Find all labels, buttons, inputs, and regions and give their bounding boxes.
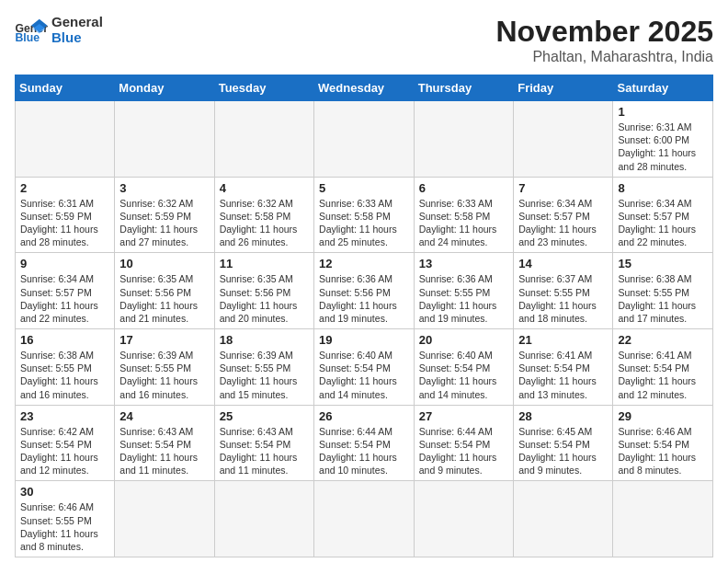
day-number: 19 xyxy=(319,333,409,347)
header-thursday: Thursday xyxy=(414,75,513,101)
table-row: 25Sunrise: 6:43 AMSunset: 5:54 PMDayligh… xyxy=(214,405,313,481)
svg-text:Blue: Blue xyxy=(16,31,40,43)
day-number: 1 xyxy=(618,105,708,119)
table-row: 14Sunrise: 6:37 AMSunset: 5:55 PMDayligh… xyxy=(514,253,613,329)
table-row: 4Sunrise: 6:32 AMSunset: 5:58 PMDaylight… xyxy=(214,177,313,253)
table-row: 18Sunrise: 6:39 AMSunset: 5:55 PMDayligh… xyxy=(214,329,313,406)
day-number: 16 xyxy=(20,333,109,347)
table-row: 30Sunrise: 6:46 AMSunset: 5:55 PMDayligh… xyxy=(16,481,115,557)
day-number: 7 xyxy=(518,181,608,195)
table-row: 15Sunrise: 6:38 AMSunset: 5:55 PMDayligh… xyxy=(613,253,713,329)
day-info: Sunrise: 6:34 AMSunset: 5:57 PMDaylight:… xyxy=(518,197,608,249)
day-number: 25 xyxy=(220,409,309,423)
day-info: Sunrise: 6:44 AMSunset: 5:54 PMDaylight:… xyxy=(319,425,409,477)
title-block: November 2025 Phaltan, Maharashtra, Indi… xyxy=(495,15,713,65)
calendar-week-row: 30Sunrise: 6:46 AMSunset: 5:55 PMDayligh… xyxy=(16,481,713,557)
header-friday: Friday xyxy=(514,75,613,101)
table-row: 13Sunrise: 6:36 AMSunset: 5:55 PMDayligh… xyxy=(414,253,513,329)
table-row: 23Sunrise: 6:42 AMSunset: 5:54 PMDayligh… xyxy=(16,405,115,481)
table-row: 5Sunrise: 6:33 AMSunset: 5:58 PMDaylight… xyxy=(314,177,415,253)
day-info: Sunrise: 6:44 AMSunset: 5:54 PMDaylight:… xyxy=(419,425,508,477)
day-number: 9 xyxy=(20,257,109,270)
day-number: 13 xyxy=(419,257,508,270)
header-tuesday: Tuesday xyxy=(214,75,313,101)
day-info: Sunrise: 6:33 AMSunset: 5:58 PMDaylight:… xyxy=(319,197,409,249)
day-info: Sunrise: 6:46 AMSunset: 5:55 PMDaylight:… xyxy=(20,500,109,553)
day-info: Sunrise: 6:33 AMSunset: 5:58 PMDaylight:… xyxy=(419,197,508,249)
table-row: 12Sunrise: 6:36 AMSunset: 5:56 PMDayligh… xyxy=(314,253,415,329)
day-number: 14 xyxy=(518,257,608,270)
calendar-week-row: 2Sunrise: 6:31 AMSunset: 5:59 PMDaylight… xyxy=(16,177,713,253)
day-number: 23 xyxy=(20,409,109,423)
table-row: 28Sunrise: 6:45 AMSunset: 5:54 PMDayligh… xyxy=(514,405,613,481)
day-number: 20 xyxy=(419,333,508,347)
empty-cell xyxy=(514,101,613,178)
header-monday: Monday xyxy=(115,75,214,101)
empty-cell xyxy=(214,101,313,178)
day-info: Sunrise: 6:40 AMSunset: 5:54 PMDaylight:… xyxy=(319,349,409,401)
day-info: Sunrise: 6:42 AMSunset: 5:54 PMDaylight:… xyxy=(20,425,109,477)
table-row: 19Sunrise: 6:40 AMSunset: 5:54 PMDayligh… xyxy=(314,329,415,406)
table-row: 11Sunrise: 6:35 AMSunset: 5:56 PMDayligh… xyxy=(214,253,313,329)
day-info: Sunrise: 6:41 AMSunset: 5:54 PMDaylight:… xyxy=(618,349,708,401)
empty-cell xyxy=(613,481,713,557)
table-row: 20Sunrise: 6:40 AMSunset: 5:54 PMDayligh… xyxy=(414,329,513,406)
day-number: 3 xyxy=(119,181,209,195)
month-title: November 2025 xyxy=(495,15,713,49)
day-number: 8 xyxy=(618,181,708,195)
table-row: 8Sunrise: 6:34 AMSunset: 5:57 PMDaylight… xyxy=(613,177,713,253)
day-number: 22 xyxy=(618,333,708,347)
table-row: 2Sunrise: 6:31 AMSunset: 5:59 PMDaylight… xyxy=(16,177,115,253)
day-number: 4 xyxy=(220,181,309,195)
day-number: 24 xyxy=(119,409,209,423)
table-row: 26Sunrise: 6:44 AMSunset: 5:54 PMDayligh… xyxy=(314,405,415,481)
page-header: General Blue General Blue November 2025 … xyxy=(15,15,713,65)
calendar-week-row: 9Sunrise: 6:34 AMSunset: 5:57 PMDaylight… xyxy=(16,253,713,329)
day-info: Sunrise: 6:38 AMSunset: 5:55 PMDaylight:… xyxy=(20,349,109,401)
table-row: 3Sunrise: 6:32 AMSunset: 5:59 PMDaylight… xyxy=(115,177,214,253)
empty-cell xyxy=(16,101,115,178)
table-row: 16Sunrise: 6:38 AMSunset: 5:55 PMDayligh… xyxy=(16,329,115,406)
calendar-week-row: 23Sunrise: 6:42 AMSunset: 5:54 PMDayligh… xyxy=(16,405,713,481)
table-row: 21Sunrise: 6:41 AMSunset: 5:54 PMDayligh… xyxy=(514,329,613,406)
table-row: 17Sunrise: 6:39 AMSunset: 5:55 PMDayligh… xyxy=(115,329,214,406)
empty-cell xyxy=(414,101,513,178)
empty-cell xyxy=(514,481,613,557)
day-info: Sunrise: 6:46 AMSunset: 5:54 PMDaylight:… xyxy=(618,425,708,477)
table-row: 7Sunrise: 6:34 AMSunset: 5:57 PMDaylight… xyxy=(514,177,613,253)
day-info: Sunrise: 6:36 AMSunset: 5:55 PMDaylight:… xyxy=(419,272,508,325)
day-number: 11 xyxy=(220,257,309,270)
day-number: 21 xyxy=(518,333,608,347)
table-row: 24Sunrise: 6:43 AMSunset: 5:54 PMDayligh… xyxy=(115,405,214,481)
day-number: 30 xyxy=(20,485,109,499)
day-info: Sunrise: 6:41 AMSunset: 5:54 PMDaylight:… xyxy=(518,349,608,401)
table-row: 27Sunrise: 6:44 AMSunset: 5:54 PMDayligh… xyxy=(414,405,513,481)
day-number: 17 xyxy=(119,333,209,347)
day-info: Sunrise: 6:32 AMSunset: 5:59 PMDaylight:… xyxy=(119,197,209,249)
location-subtitle: Phaltan, Maharashtra, India xyxy=(495,49,713,65)
day-info: Sunrise: 6:35 AMSunset: 5:56 PMDaylight:… xyxy=(220,272,309,325)
day-number: 15 xyxy=(618,257,708,270)
day-info: Sunrise: 6:39 AMSunset: 5:55 PMDaylight:… xyxy=(119,349,209,401)
header-saturday: Saturday xyxy=(613,75,713,101)
day-info: Sunrise: 6:34 AMSunset: 5:57 PMDaylight:… xyxy=(618,197,708,249)
table-row: 22Sunrise: 6:41 AMSunset: 5:54 PMDayligh… xyxy=(613,329,713,406)
header-wednesday: Wednesday xyxy=(314,75,415,101)
weekday-header-row: Sunday Monday Tuesday Wednesday Thursday… xyxy=(16,75,713,101)
day-info: Sunrise: 6:40 AMSunset: 5:54 PMDaylight:… xyxy=(419,349,508,401)
empty-cell xyxy=(115,481,214,557)
logo: General Blue General Blue xyxy=(15,15,103,45)
day-info: Sunrise: 6:38 AMSunset: 5:55 PMDaylight:… xyxy=(618,272,708,325)
header-sunday: Sunday xyxy=(16,75,115,101)
day-info: Sunrise: 6:43 AMSunset: 5:54 PMDaylight:… xyxy=(220,425,309,477)
empty-cell xyxy=(115,101,214,178)
day-info: Sunrise: 6:31 AMSunset: 6:00 PMDaylight:… xyxy=(618,121,708,173)
table-row: 6Sunrise: 6:33 AMSunset: 5:58 PMDaylight… xyxy=(414,177,513,253)
day-info: Sunrise: 6:34 AMSunset: 5:57 PMDaylight:… xyxy=(20,272,109,325)
table-row: 9Sunrise: 6:34 AMSunset: 5:57 PMDaylight… xyxy=(16,253,115,329)
calendar-table: Sunday Monday Tuesday Wednesday Thursday… xyxy=(15,75,713,557)
day-info: Sunrise: 6:39 AMSunset: 5:55 PMDaylight:… xyxy=(220,349,309,401)
day-number: 6 xyxy=(419,181,508,195)
empty-cell xyxy=(314,101,415,178)
calendar-week-row: 1Sunrise: 6:31 AMSunset: 6:00 PMDaylight… xyxy=(16,101,713,178)
